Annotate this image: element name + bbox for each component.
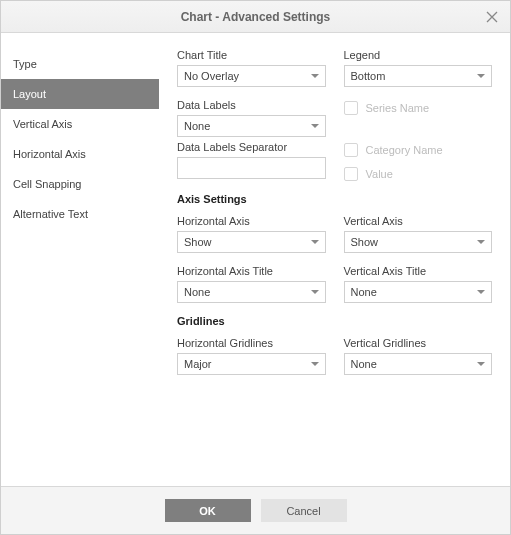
data-labels-separator-label: Data Labels Separator bbox=[177, 141, 326, 153]
legend-value: Bottom bbox=[351, 70, 478, 82]
tab-cell-snapping[interactable]: Cell Snapping bbox=[1, 169, 159, 199]
chevron-down-icon bbox=[477, 240, 485, 244]
footer: OK Cancel bbox=[1, 486, 510, 534]
layout-panel: Chart Title No Overlay Legend Bottom bbox=[159, 33, 510, 486]
horizontal-axis-label: Horizontal Axis bbox=[177, 215, 326, 227]
data-labels-separator-input[interactable] bbox=[177, 157, 326, 179]
data-labels-label: Data Labels bbox=[177, 99, 326, 111]
vertical-gridlines-select[interactable]: None bbox=[344, 353, 493, 375]
checkbox-box-icon bbox=[344, 143, 358, 157]
chart-title-select[interactable]: No Overlay bbox=[177, 65, 326, 87]
chevron-down-icon bbox=[311, 74, 319, 78]
value-label: Value bbox=[366, 168, 393, 180]
titlebar: Chart - Advanced Settings bbox=[1, 1, 510, 33]
ok-button[interactable]: OK bbox=[165, 499, 251, 522]
checkbox-box-icon bbox=[344, 101, 358, 115]
vertical-gridlines-label: Vertical Gridlines bbox=[344, 337, 493, 349]
tab-horizontal-axis[interactable]: Horizontal Axis bbox=[1, 139, 159, 169]
chart-title-label: Chart Title bbox=[177, 49, 326, 61]
body: Type Layout Vertical Axis Horizontal Axi… bbox=[1, 33, 510, 486]
chevron-down-icon bbox=[477, 290, 485, 294]
horizontal-gridlines-value: Major bbox=[184, 358, 311, 370]
chevron-down-icon bbox=[311, 124, 319, 128]
tab-layout[interactable]: Layout bbox=[1, 79, 159, 109]
checkbox-series-name: Series Name bbox=[344, 101, 493, 115]
tab-vertical-axis[interactable]: Vertical Axis bbox=[1, 109, 159, 139]
data-labels-select[interactable]: None bbox=[177, 115, 326, 137]
vertical-axis-label: Vertical Axis bbox=[344, 215, 493, 227]
horizontal-axis-value: Show bbox=[184, 236, 311, 248]
tab-type[interactable]: Type bbox=[1, 49, 159, 79]
data-labels-value: None bbox=[184, 120, 311, 132]
horizontal-axis-title-label: Horizontal Axis Title bbox=[177, 265, 326, 277]
cancel-button[interactable]: Cancel bbox=[261, 499, 347, 522]
checkbox-box-icon bbox=[344, 167, 358, 181]
close-icon[interactable] bbox=[482, 7, 502, 27]
category-name-label: Category Name bbox=[366, 144, 443, 156]
vertical-axis-title-label: Vertical Axis Title bbox=[344, 265, 493, 277]
chart-advanced-settings-dialog: Chart - Advanced Settings Type Layout Ve… bbox=[0, 0, 511, 535]
vertical-axis-select[interactable]: Show bbox=[344, 231, 493, 253]
tab-nav: Type Layout Vertical Axis Horizontal Axi… bbox=[1, 33, 159, 486]
gridlines-heading: Gridlines bbox=[177, 315, 492, 327]
tab-alternative-text[interactable]: Alternative Text bbox=[1, 199, 159, 229]
chevron-down-icon bbox=[311, 362, 319, 366]
chevron-down-icon bbox=[477, 74, 485, 78]
checkbox-value: Value bbox=[344, 167, 493, 181]
horizontal-axis-title-value: None bbox=[184, 286, 311, 298]
chevron-down-icon bbox=[311, 240, 319, 244]
chevron-down-icon bbox=[477, 362, 485, 366]
vertical-axis-title-value: None bbox=[351, 286, 478, 298]
vertical-gridlines-value: None bbox=[351, 358, 478, 370]
legend-label: Legend bbox=[344, 49, 493, 61]
horizontal-gridlines-label: Horizontal Gridlines bbox=[177, 337, 326, 349]
checkbox-category-name: Category Name bbox=[344, 143, 493, 157]
window-title: Chart - Advanced Settings bbox=[181, 10, 331, 24]
legend-select[interactable]: Bottom bbox=[344, 65, 493, 87]
vertical-axis-value: Show bbox=[351, 236, 478, 248]
vertical-axis-title-select[interactable]: None bbox=[344, 281, 493, 303]
horizontal-axis-title-select[interactable]: None bbox=[177, 281, 326, 303]
series-name-label: Series Name bbox=[366, 102, 430, 114]
horizontal-axis-select[interactable]: Show bbox=[177, 231, 326, 253]
chevron-down-icon bbox=[311, 290, 319, 294]
chart-title-value: No Overlay bbox=[184, 70, 311, 82]
axis-settings-heading: Axis Settings bbox=[177, 193, 492, 205]
horizontal-gridlines-select[interactable]: Major bbox=[177, 353, 326, 375]
